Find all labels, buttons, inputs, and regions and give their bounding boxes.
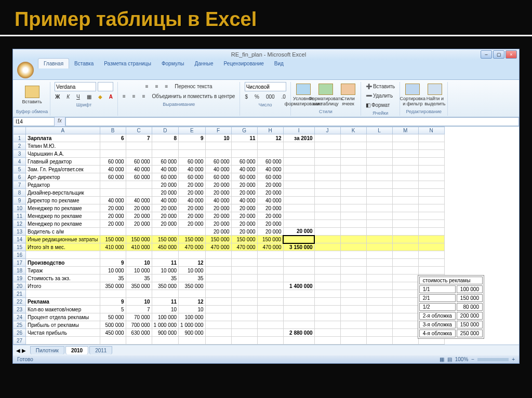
cell-D3[interactable] xyxy=(152,150,179,158)
col-header-B[interactable]: B xyxy=(100,127,126,134)
cell-A18[interactable]: Тираж xyxy=(26,267,100,275)
cell-G19[interactable] xyxy=(231,275,257,282)
cell-D27[interactable] xyxy=(152,337,179,345)
cell-E17[interactable]: 12 xyxy=(179,259,206,267)
cell-A11[interactable]: Менеджер по рекламе xyxy=(26,212,100,220)
align-top-button[interactable]: ≡ xyxy=(143,82,151,91)
cell-G9[interactable]: 40 000 xyxy=(231,197,257,204)
cell-H4[interactable]: 60 000 xyxy=(257,158,283,166)
cell-K18[interactable] xyxy=(340,267,366,275)
cell-E1[interactable]: 9 xyxy=(179,134,206,142)
cell-C1[interactable]: 7 xyxy=(126,134,152,142)
cell-B5[interactable]: 40 000 xyxy=(100,166,126,173)
col-header-N[interactable]: N xyxy=(418,127,444,134)
cell-C3[interactable] xyxy=(126,150,152,158)
ribbon-tab-3[interactable]: Формулы xyxy=(156,59,190,68)
row-header-3[interactable]: 3 xyxy=(14,150,26,158)
cell-A19[interactable]: Стоимость за экз. xyxy=(26,275,100,282)
bold-button[interactable]: Ж xyxy=(52,92,62,101)
font-name-combo[interactable] xyxy=(55,82,96,91)
cell-H2[interactable] xyxy=(257,142,283,150)
cell-K22[interactable] xyxy=(340,298,366,306)
cell-H1[interactable]: 12 xyxy=(257,134,283,142)
cell-J1[interactable] xyxy=(314,134,340,142)
cell-D4[interactable]: 60 000 xyxy=(152,158,179,166)
sheet-tab-2010[interactable]: 2010 xyxy=(65,346,88,354)
cell-I23[interactable] xyxy=(283,306,314,313)
cell-E22[interactable]: 12 xyxy=(179,298,206,306)
cell-K7[interactable] xyxy=(340,181,366,189)
cell-D20[interactable]: 350 000 xyxy=(152,282,179,290)
cell-I19[interactable] xyxy=(283,275,314,282)
cell-J27[interactable] xyxy=(314,337,340,345)
insert-cells-button[interactable]: ➕ Вставить xyxy=(363,82,397,91)
cell-M2[interactable] xyxy=(392,142,418,150)
cell-C7[interactable] xyxy=(126,181,152,189)
cell-L9[interactable] xyxy=(366,197,392,204)
cell-B22[interactable]: 9 xyxy=(100,298,126,306)
row-header-9[interactable]: 9 xyxy=(14,197,26,204)
cell-F4[interactable]: 60 000 xyxy=(205,158,231,166)
cell-K4[interactable] xyxy=(340,158,366,166)
cell-D9[interactable]: 40 000 xyxy=(152,197,179,204)
cell-M17[interactable] xyxy=(392,259,418,267)
cell-B14[interactable]: 150 000 xyxy=(100,236,126,243)
cell-K14[interactable] xyxy=(340,236,366,243)
cell-H7[interactable]: 20 000 xyxy=(257,181,283,189)
cell-F21[interactable] xyxy=(205,290,231,298)
maximize-button[interactable]: ▢ xyxy=(493,50,504,59)
underline-button[interactable]: Ч xyxy=(74,92,83,101)
row-header-12[interactable]: 12 xyxy=(14,220,26,228)
cell-H3[interactable] xyxy=(257,150,283,158)
cell-A21[interactable] xyxy=(26,290,100,298)
cell-B20[interactable]: 350 000 xyxy=(100,282,126,290)
cell-L17[interactable] xyxy=(366,259,392,267)
ribbon-tab-1[interactable]: Вставка xyxy=(69,59,99,68)
cell-J9[interactable] xyxy=(314,197,340,204)
cell-H20[interactable] xyxy=(257,282,283,290)
cell-L20[interactable] xyxy=(366,282,392,290)
cell-E12[interactable]: 20 000 xyxy=(179,220,206,228)
cell-D26[interactable]: 900 000 xyxy=(152,329,179,337)
col-header-H[interactable]: H xyxy=(257,127,283,134)
col-header-E[interactable]: E xyxy=(179,127,206,134)
cell-I13[interactable]: 20 000 xyxy=(283,228,314,236)
percent-button[interactable]: % xyxy=(252,92,262,101)
cell-J20[interactable] xyxy=(314,282,340,290)
cell-A6[interactable]: Арт-директор xyxy=(26,173,100,181)
cell-H6[interactable]: 60 000 xyxy=(257,173,283,181)
cell-J25[interactable] xyxy=(314,321,340,329)
ribbon-tab-6[interactable]: Вид xyxy=(269,59,289,68)
cell-F10[interactable]: 20 000 xyxy=(205,204,231,212)
cell-M16[interactable] xyxy=(392,251,418,259)
cell-L16[interactable] xyxy=(366,251,392,259)
cell-B19[interactable]: 35 xyxy=(100,275,126,282)
cell-H26[interactable] xyxy=(257,329,283,337)
cell-H21[interactable] xyxy=(257,290,283,298)
cell-N10[interactable] xyxy=(418,204,444,212)
cell-C11[interactable]: 20 000 xyxy=(126,212,152,220)
cell-I21[interactable] xyxy=(283,290,314,298)
cell-F3[interactable] xyxy=(205,150,231,158)
cell-A10[interactable]: Менеджер по рекламе xyxy=(26,204,100,212)
ribbon-tab-5[interactable]: Рецензирование xyxy=(219,59,269,68)
cell-I6[interactable] xyxy=(283,173,314,181)
row-header-21[interactable]: 21 xyxy=(14,290,26,298)
cell-I9[interactable] xyxy=(283,197,314,204)
cell-M13[interactable] xyxy=(392,228,418,236)
wrap-text-button[interactable]: Перенос текста xyxy=(172,82,215,91)
cell-L24[interactable] xyxy=(366,313,392,321)
cell-B13[interactable] xyxy=(100,228,126,236)
cell-N7[interactable] xyxy=(418,181,444,189)
cell-L23[interactable] xyxy=(366,306,392,313)
cell-I15[interactable]: 3 150 000 xyxy=(283,243,314,251)
row-header-7[interactable]: 7 xyxy=(14,181,26,189)
minimize-button[interactable]: – xyxy=(481,50,492,59)
cell-M27[interactable] xyxy=(392,337,418,345)
cell-G6[interactable]: 60 000 xyxy=(231,173,257,181)
cell-A7[interactable]: Редактор xyxy=(26,181,100,189)
cell-N15[interactable] xyxy=(418,243,444,251)
row-header-8[interactable]: 8 xyxy=(14,189,26,197)
cell-I17[interactable] xyxy=(283,259,314,267)
cell-H18[interactable] xyxy=(257,267,283,275)
